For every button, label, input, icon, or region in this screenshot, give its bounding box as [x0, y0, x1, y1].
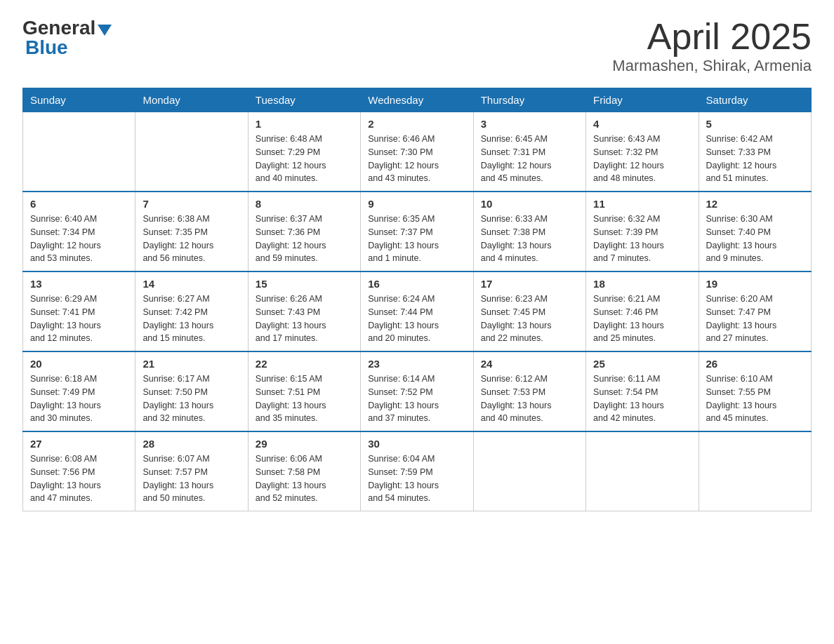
day-number: 16 [368, 278, 465, 290]
day-number: 21 [143, 358, 240, 370]
day-number: 29 [256, 438, 353, 450]
day-info: Sunrise: 6:33 AMSunset: 7:38 PMDaylight:… [481, 213, 578, 265]
calendar-cell: 13Sunrise: 6:29 AMSunset: 7:41 PMDayligh… [23, 271, 135, 351]
svg-marker-0 [98, 25, 112, 36]
col-header-sunday: Sunday [23, 88, 135, 112]
day-info: Sunrise: 6:35 AMSunset: 7:37 PMDaylight:… [368, 213, 465, 265]
col-header-thursday: Thursday [473, 88, 585, 112]
day-number: 27 [30, 438, 128, 450]
day-number: 30 [368, 438, 465, 450]
calendar-body: 1Sunrise: 6:48 AMSunset: 7:29 PMDaylight… [23, 112, 812, 511]
calendar-cell [135, 112, 248, 192]
day-info: Sunrise: 6:12 AMSunset: 7:53 PMDaylight:… [481, 373, 578, 425]
day-info: Sunrise: 6:23 AMSunset: 7:45 PMDaylight:… [481, 293, 578, 345]
day-info: Sunrise: 6:14 AMSunset: 7:52 PMDaylight:… [368, 373, 465, 425]
col-header-monday: Monday [135, 88, 248, 112]
calendar-cell: 28Sunrise: 6:07 AMSunset: 7:57 PMDayligh… [135, 431, 248, 511]
day-number: 20 [30, 358, 128, 370]
logo: General Blue [22, 17, 112, 59]
calendar-cell: 9Sunrise: 6:35 AMSunset: 7:37 PMDaylight… [361, 192, 473, 271]
day-info: Sunrise: 6:29 AMSunset: 7:41 PMDaylight:… [30, 293, 128, 345]
col-header-wednesday: Wednesday [361, 88, 473, 112]
day-info: Sunrise: 6:21 AMSunset: 7:46 PMDaylight:… [593, 293, 691, 345]
day-number: 6 [30, 198, 128, 210]
day-info: Sunrise: 6:26 AMSunset: 7:43 PMDaylight:… [256, 293, 353, 345]
day-info: Sunrise: 6:20 AMSunset: 7:47 PMDaylight:… [706, 293, 804, 345]
calendar-week-5: 27Sunrise: 6:08 AMSunset: 7:56 PMDayligh… [23, 431, 812, 511]
day-number: 3 [481, 118, 578, 130]
calendar-cell: 23Sunrise: 6:14 AMSunset: 7:52 PMDayligh… [361, 351, 473, 431]
calendar-cell: 7Sunrise: 6:38 AMSunset: 7:35 PMDaylight… [135, 192, 248, 271]
calendar-week-3: 13Sunrise: 6:29 AMSunset: 7:41 PMDayligh… [23, 271, 812, 351]
day-number: 2 [368, 118, 465, 130]
calendar-cell: 20Sunrise: 6:18 AMSunset: 7:49 PMDayligh… [23, 351, 135, 431]
day-number: 13 [30, 278, 128, 290]
calendar-cell: 12Sunrise: 6:30 AMSunset: 7:40 PMDayligh… [699, 192, 811, 271]
calendar-week-2: 6Sunrise: 6:40 AMSunset: 7:34 PMDaylight… [23, 192, 812, 271]
day-info: Sunrise: 6:04 AMSunset: 7:59 PMDaylight:… [368, 452, 465, 505]
day-number: 24 [481, 358, 578, 370]
day-info: Sunrise: 6:11 AMSunset: 7:54 PMDaylight:… [593, 373, 691, 425]
page-subtitle: Marmashen, Shirak, Armenia [612, 57, 812, 75]
day-info: Sunrise: 6:15 AMSunset: 7:51 PMDaylight:… [256, 373, 353, 425]
day-info: Sunrise: 6:30 AMSunset: 7:40 PMDaylight:… [706, 213, 804, 265]
day-number: 28 [143, 438, 240, 450]
day-number: 9 [368, 198, 465, 210]
day-number: 15 [256, 278, 353, 290]
day-number: 26 [706, 358, 804, 370]
calendar-cell: 22Sunrise: 6:15 AMSunset: 7:51 PMDayligh… [248, 351, 360, 431]
title-block: April 2025 Marmashen, Shirak, Armenia [612, 17, 812, 75]
calendar-cell [23, 112, 135, 192]
col-header-tuesday: Tuesday [248, 88, 360, 112]
calendar-cell [473, 431, 585, 511]
day-info: Sunrise: 6:40 AMSunset: 7:34 PMDaylight:… [30, 213, 128, 265]
day-number: 8 [256, 198, 353, 210]
day-number: 23 [368, 358, 465, 370]
calendar-cell: 21Sunrise: 6:17 AMSunset: 7:50 PMDayligh… [135, 351, 248, 431]
day-number: 10 [481, 198, 578, 210]
calendar-cell: 4Sunrise: 6:43 AMSunset: 7:32 PMDaylight… [586, 112, 699, 192]
calendar-cell: 26Sunrise: 6:10 AMSunset: 7:55 PMDayligh… [699, 351, 811, 431]
day-info: Sunrise: 6:27 AMSunset: 7:42 PMDaylight:… [143, 293, 240, 345]
day-info: Sunrise: 6:42 AMSunset: 7:33 PMDaylight:… [706, 133, 804, 185]
calendar-cell: 24Sunrise: 6:12 AMSunset: 7:53 PMDayligh… [473, 351, 585, 431]
calendar-cell [699, 431, 811, 511]
calendar-cell: 25Sunrise: 6:11 AMSunset: 7:54 PMDayligh… [586, 351, 699, 431]
day-number: 7 [143, 198, 240, 210]
calendar-cell: 15Sunrise: 6:26 AMSunset: 7:43 PMDayligh… [248, 271, 360, 351]
calendar-cell: 11Sunrise: 6:32 AMSunset: 7:39 PMDayligh… [586, 192, 699, 271]
calendar-cell: 5Sunrise: 6:42 AMSunset: 7:33 PMDaylight… [699, 112, 811, 192]
calendar-cell: 29Sunrise: 6:06 AMSunset: 7:58 PMDayligh… [248, 431, 360, 511]
calendar-cell: 19Sunrise: 6:20 AMSunset: 7:47 PMDayligh… [699, 271, 811, 351]
page-title: April 2025 [612, 17, 812, 57]
col-header-friday: Friday [586, 88, 699, 112]
calendar-header: SundayMondayTuesdayWednesdayThursdayFrid… [23, 88, 812, 112]
day-info: Sunrise: 6:06 AMSunset: 7:58 PMDaylight:… [256, 452, 353, 505]
day-info: Sunrise: 6:45 AMSunset: 7:31 PMDaylight:… [481, 133, 578, 185]
calendar-cell: 27Sunrise: 6:08 AMSunset: 7:56 PMDayligh… [23, 431, 135, 511]
day-number: 17 [481, 278, 578, 290]
day-number: 12 [706, 198, 804, 210]
calendar-cell: 2Sunrise: 6:46 AMSunset: 7:30 PMDaylight… [361, 112, 473, 192]
logo-blue-text: Blue [25, 36, 68, 59]
day-number: 18 [593, 278, 691, 290]
day-info: Sunrise: 6:24 AMSunset: 7:44 PMDaylight:… [368, 293, 465, 345]
day-number: 19 [706, 278, 804, 290]
day-info: Sunrise: 6:38 AMSunset: 7:35 PMDaylight:… [143, 213, 240, 265]
day-info: Sunrise: 6:32 AMSunset: 7:39 PMDaylight:… [593, 213, 691, 265]
calendar-week-4: 20Sunrise: 6:18 AMSunset: 7:49 PMDayligh… [23, 351, 812, 431]
col-header-saturday: Saturday [699, 88, 811, 112]
day-number: 1 [256, 118, 353, 130]
page-header: General Blue April 2025 Marmashen, Shira… [22, 17, 812, 75]
day-info: Sunrise: 6:48 AMSunset: 7:29 PMDaylight:… [256, 133, 353, 185]
day-number: 22 [256, 358, 353, 370]
day-info: Sunrise: 6:18 AMSunset: 7:49 PMDaylight:… [30, 373, 128, 425]
day-info: Sunrise: 6:43 AMSunset: 7:32 PMDaylight:… [593, 133, 691, 185]
calendar-cell: 17Sunrise: 6:23 AMSunset: 7:45 PMDayligh… [473, 271, 585, 351]
day-info: Sunrise: 6:17 AMSunset: 7:50 PMDaylight:… [143, 373, 240, 425]
day-info: Sunrise: 6:37 AMSunset: 7:36 PMDaylight:… [256, 213, 353, 265]
calendar-cell: 14Sunrise: 6:27 AMSunset: 7:42 PMDayligh… [135, 271, 248, 351]
calendar-cell: 16Sunrise: 6:24 AMSunset: 7:44 PMDayligh… [361, 271, 473, 351]
calendar-table: SundayMondayTuesdayWednesdayThursdayFrid… [22, 88, 812, 511]
calendar-cell: 30Sunrise: 6:04 AMSunset: 7:59 PMDayligh… [361, 431, 473, 511]
